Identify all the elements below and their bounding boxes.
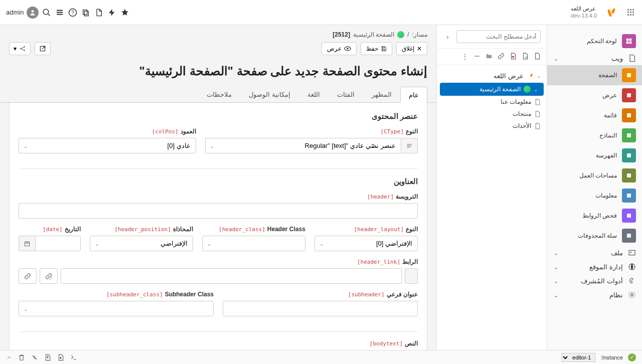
svg-rect-26 [627, 133, 631, 137]
header-class-label: Header Class[header_class] [202, 226, 305, 233]
collapse-tree-icon[interactable]: ‹ [443, 32, 452, 42]
user-menu[interactable]: admin [6, 7, 39, 19]
bodytext-label: النص[bodytext] [19, 340, 418, 347]
header-link-input[interactable] [61, 268, 402, 284]
copy-icon[interactable] [81, 8, 91, 18]
open-new-button[interactable] [35, 42, 51, 55]
lightning-icon[interactable] [107, 8, 117, 18]
upload-icon[interactable] [44, 354, 51, 361]
module-section-web[interactable]: ويب ⌄ [547, 51, 642, 65]
svg-rect-49 [25, 242, 30, 246]
link-wizard-button[interactable] [40, 268, 58, 284]
module-item[interactable]: معلومات [547, 186, 642, 206]
chevron-down-icon: ⌄ [553, 277, 559, 285]
tree-node-selected[interactable]: ⌄ الصفحة الرئيسية [440, 83, 544, 96]
calendar-icon[interactable] [19, 236, 35, 251]
unlink-icon[interactable] [31, 354, 38, 361]
new-page-icon[interactable] [534, 53, 541, 61]
section-icon [628, 249, 636, 257]
ctype-select[interactable] [205, 138, 401, 153]
breadcrumb-id: [2512] [333, 31, 350, 38]
tree-leaf[interactable]: معلومات عنا [437, 96, 547, 108]
module-icon [622, 88, 636, 102]
module-item[interactable]: الفهرسة [547, 145, 642, 165]
document-icon[interactable] [94, 8, 104, 18]
globe-icon [524, 86, 531, 93]
header-layout-select[interactable] [314, 236, 418, 251]
module-dashboard[interactable]: لوحة التحكم [547, 31, 642, 51]
svg-point-35 [631, 294, 633, 296]
chevron-down-icon: ⌄ [553, 263, 559, 271]
list-icon[interactable] [55, 8, 65, 18]
module-section[interactable]: ملف⌄ [547, 246, 642, 260]
svg-rect-10 [85, 11, 89, 16]
module-label: لوحة التحكم [587, 38, 617, 45]
svg-point-39 [347, 48, 349, 50]
section-label: ويب [611, 55, 623, 62]
module-item[interactable]: فحص الروابط [547, 206, 642, 226]
module-icon [622, 168, 636, 183]
ctype-icon[interactable] [401, 138, 418, 153]
colpos-select[interactable] [19, 138, 196, 153]
globe-icon [397, 31, 404, 38]
subheader-input[interactable] [223, 301, 418, 316]
svg-rect-31 [627, 234, 631, 238]
save-button[interactable]: حفظ [361, 42, 392, 55]
divider-icon[interactable] [473, 53, 480, 61]
section-icon [628, 263, 636, 271]
svg-rect-27 [627, 153, 631, 157]
tree-leaf[interactable]: منتجات [437, 108, 547, 120]
help-icon[interactable]: ? [68, 8, 78, 18]
module-item[interactable]: مساحات العمل [547, 165, 642, 186]
tab[interactable]: إمكانية الوصول [240, 86, 299, 102]
date-input[interactable] [35, 236, 81, 251]
pagetree-search-input[interactable] [456, 30, 541, 43]
module-item[interactable]: الصفحة [547, 65, 642, 85]
section-content-element: عنصر المحتوى النوع[CType] ⌄ ال [19, 112, 418, 169]
terminal-icon[interactable] [70, 354, 77, 361]
module-label: النماذج [599, 132, 617, 139]
tree-leaf[interactable]: الأحداث [437, 120, 547, 132]
module-section[interactable]: أدوات المُشرف⌄ [547, 274, 642, 288]
module-section[interactable]: نظام⌄ [547, 288, 642, 302]
svg-rect-32 [629, 250, 635, 255]
header-class-select[interactable] [202, 236, 305, 251]
subheader-class-select[interactable] [19, 301, 214, 316]
folder-icon[interactable] [486, 53, 493, 61]
page-link-icon[interactable] [498, 53, 505, 61]
svg-rect-20 [629, 39, 632, 41]
filter-icon[interactable] [522, 53, 529, 61]
link-button[interactable] [19, 268, 37, 284]
svg-rect-2 [632, 9, 634, 11]
tab[interactable]: الفئات [329, 86, 363, 102]
status-indicator-icon[interactable]: ✓ [628, 353, 636, 361]
module-item[interactable]: سلة المحذوفات [547, 226, 642, 246]
header-input[interactable] [19, 203, 418, 219]
view-button[interactable]: عرض [322, 42, 357, 55]
typo3-mini-icon [527, 73, 534, 80]
module-item[interactable]: عرض [547, 85, 642, 105]
tab[interactable]: عام [400, 87, 427, 103]
share-button[interactable]: ▾ [9, 42, 31, 55]
header-position-select[interactable] [90, 236, 193, 251]
close-button[interactable]: ✕إغلاق [396, 42, 427, 55]
tab[interactable]: ملاحظات [198, 86, 240, 102]
download-icon[interactable] [57, 354, 64, 361]
expand-icon[interactable] [6, 354, 12, 360]
search-icon[interactable] [42, 8, 52, 18]
breadcrumb-sep: / [407, 31, 409, 38]
tab[interactable]: اللغة [299, 86, 329, 102]
page-t3d-icon[interactable] [510, 53, 517, 61]
instance-label: Instance: [600, 354, 623, 360]
section-headlines: العناوين الترويسة[header] النوع[header_l… [19, 177, 418, 332]
module-item[interactable]: قائمة [547, 105, 642, 125]
module-section[interactable]: إدارة الموقع⌄ [547, 260, 642, 274]
instance-select[interactable]: editor-1 [561, 353, 595, 362]
trash-icon[interactable] [18, 354, 25, 361]
tab[interactable]: المظهر [363, 86, 400, 102]
tree-root[interactable]: ⌄ عرض اللغه [437, 69, 547, 83]
apps-grid-icon[interactable] [626, 8, 636, 18]
module-item[interactable]: النماذج [547, 125, 642, 145]
star-icon[interactable] [120, 8, 130, 18]
more-icon[interactable]: ⋮ [461, 53, 468, 61]
